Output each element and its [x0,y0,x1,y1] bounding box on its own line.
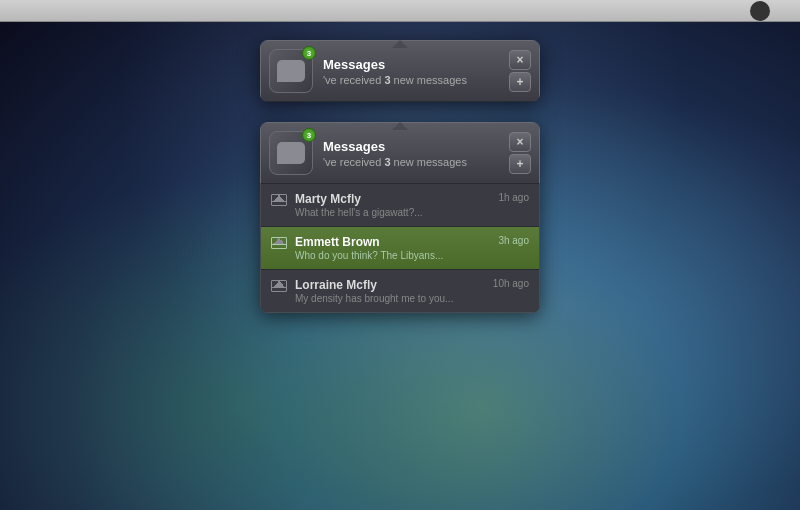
card-title: Messages [323,57,503,72]
message-content: Lorraine McflyMy density has brought me … [295,278,487,304]
card-text-2: Messages 've received 3 new messages [323,139,503,168]
message-time: 1h ago [498,192,529,203]
message-sender: Emmett Brown [295,235,492,249]
notification-card-collapsed: 3 Messages 've received 3 new messages ×… [260,40,540,102]
card-subtitle-2: 've received 3 new messages [323,156,503,168]
subtitle-suffix-2: new messages [391,156,467,168]
envelope-icon [271,194,287,206]
subtitle-prefix-2: 've received [323,156,384,168]
card-text: Messages 've received 3 new messages [323,57,503,86]
close-button-2[interactable]: × [509,132,531,152]
card-buttons-2: × + [509,132,531,174]
message-time: 10h ago [493,278,529,289]
expand-button-2[interactable]: + [509,154,531,174]
message-preview: My density has brought me to you... [295,293,487,304]
card-buttons: × + [509,50,531,92]
badge-count-2: 3 [302,128,316,142]
envelope-icon [271,280,287,292]
message-sender: Lorraine Mcfly [295,278,487,292]
card-subtitle: 've received 3 new messages [323,74,503,86]
message-item[interactable]: Marty McflyWhat the hell's a gigawatt?..… [261,184,539,227]
card-header-collapsed: 3 Messages 've received 3 new messages ×… [260,40,540,102]
message-content: Marty McflyWhat the hell's a gigawatt?..… [295,192,492,218]
close-button[interactable]: × [509,50,531,70]
message-time: 3h ago [498,235,529,246]
chat-icon [277,60,305,82]
notifications-container: 3 Messages 've received 3 new messages ×… [260,40,540,313]
badge-count: 3 [302,46,316,60]
subtitle-prefix: 've received [323,74,384,86]
card-icon-wrapper-2: 3 [269,131,313,175]
message-preview: Who do you think? The Libyans... [295,250,492,261]
chat-icon-2 [277,142,305,164]
top-bar [0,0,800,22]
message-sender: Marty Mcfly [295,192,492,206]
card-header-expanded: 3 Messages 've received 3 new messages ×… [260,122,540,184]
envelope-icon [271,237,287,249]
card-icon-wrapper: 3 [269,49,313,93]
messages-menu-icon[interactable] [750,1,770,21]
subtitle-suffix: new messages [391,74,467,86]
menu-bar-icon [750,1,770,21]
card-title-2: Messages [323,139,503,154]
message-item[interactable]: Lorraine McflyMy density has brought me … [261,270,539,312]
message-content: Emmett BrownWho do you think? The Libyan… [295,235,492,261]
message-list: Marty McflyWhat the hell's a gigawatt?..… [260,184,540,313]
expand-button[interactable]: + [509,72,531,92]
message-preview: What the hell's a gigawatt?... [295,207,492,218]
notification-card-expanded: 3 Messages 've received 3 new messages ×… [260,122,540,313]
message-item[interactable]: Emmett BrownWho do you think? The Libyan… [261,227,539,270]
